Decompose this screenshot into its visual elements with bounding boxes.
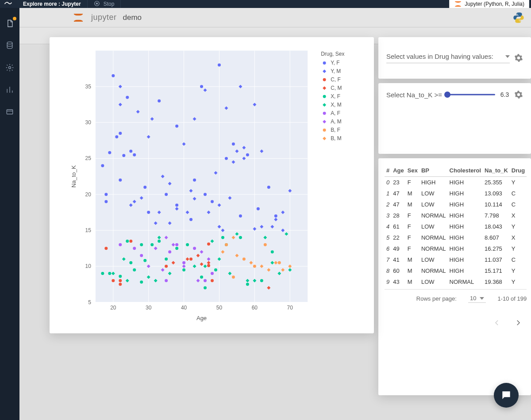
svg-point-112 [253, 265, 256, 268]
topbar-tab-label: Explore more : Jupyter [23, 1, 81, 7]
svg-point-73 [207, 264, 210, 267]
svg-point-51 [175, 125, 178, 128]
sidebar-item-settings[interactable] [5, 63, 15, 73]
table-cell: F [406, 243, 419, 254]
slider-settings-button[interactable] [514, 90, 523, 99]
table-cell: HIGH [448, 254, 483, 265]
table-cell: 43 [391, 276, 406, 287]
table-cell: NORMAL [419, 265, 448, 276]
svg-point-96 [271, 250, 274, 253]
table-cell: HIGH [419, 177, 448, 188]
table-cell: Y [510, 221, 527, 232]
filter-dropdown[interactable]: Select values in Drug having values: [386, 53, 510, 63]
main-area: jupyter demo 2030405060705101520253035Ag… [19, 8, 531, 420]
svg-point-81 [140, 281, 143, 284]
table-row[interactable]: 247MLOWHIGH10.114C [385, 199, 527, 210]
table-header[interactable]: Drug [510, 164, 527, 177]
svg-point-99 [119, 243, 122, 246]
next-page-button[interactable] [514, 319, 522, 327]
svg-text:C, M: C, M [331, 85, 342, 91]
table-cell: LOW [419, 276, 448, 287]
svg-text:30: 30 [85, 119, 92, 126]
chat-button[interactable] [494, 383, 519, 408]
table-header[interactable]: BP [419, 164, 448, 177]
sidebar-item-database[interactable] [5, 41, 15, 50]
table-cell: LOW [419, 199, 448, 210]
stop-button[interactable]: Stop [88, 0, 121, 8]
svg-point-98 [140, 243, 143, 246]
prev-page-button[interactable] [493, 319, 501, 327]
svg-point-38 [104, 200, 108, 203]
svg-point-105 [193, 247, 196, 250]
table-header[interactable]: Age [391, 164, 406, 177]
table-cell: 23 [391, 177, 406, 188]
table-cell: NORMAL [419, 210, 448, 221]
svg-point-86 [175, 247, 178, 250]
svg-point-53 [189, 218, 192, 221]
table-row[interactable]: 023FHIGHHIGH25.355Y [385, 177, 527, 188]
table-cell: 8.607 [483, 232, 510, 243]
svg-point-93 [239, 236, 242, 239]
rows-per-page-select[interactable]: 10 [468, 294, 486, 303]
svg-point-47 [165, 193, 168, 196]
table-cell: C [510, 254, 527, 265]
slider[interactable] [447, 90, 495, 99]
chevron-left-icon [493, 319, 501, 327]
filter-settings-button[interactable] [514, 53, 523, 62]
svg-text:5: 5 [88, 299, 91, 305]
svg-point-88 [186, 243, 189, 246]
table-cell: 22 [391, 232, 406, 243]
table-cell: 0 [385, 177, 391, 188]
table-cell: X [510, 232, 527, 243]
table-row[interactable]: 943MLOWNORMAL19.368Y [385, 276, 527, 287]
slider-thumb[interactable] [444, 92, 450, 98]
svg-point-48 [147, 211, 150, 214]
table-cell: Y [510, 243, 527, 254]
svg-point-2 [7, 42, 12, 44]
svg-point-44 [133, 153, 136, 157]
svg-point-84 [158, 240, 161, 243]
notification-dot-icon [13, 17, 16, 20]
table-row[interactable]: 860MNORMALHIGH15.171Y [385, 265, 527, 276]
svg-point-97 [204, 286, 207, 290]
svg-point-42 [126, 96, 129, 99]
svg-point-45 [119, 179, 122, 182]
table-row[interactable]: 522FNORMALHIGH8.607X [385, 232, 527, 243]
table-header[interactable]: Na_to_K [483, 164, 510, 177]
svg-text:Y, F: Y, F [331, 60, 339, 66]
svg-point-107 [211, 272, 214, 275]
table-header[interactable]: # [385, 164, 391, 177]
chat-icon [500, 389, 512, 401]
svg-point-46 [143, 186, 146, 189]
card-container: 2030405060705101520253035AgeNa_to_KDrug,… [50, 37, 520, 395]
svg-point-116 [323, 61, 326, 65]
table-header[interactable]: Cholesterol [448, 164, 483, 177]
table-cell: Y [510, 177, 527, 188]
sidebar-item-analytics[interactable] [5, 85, 15, 95]
topbar-tab-explore[interactable]: Explore more : Jupyter [17, 0, 88, 8]
svg-text:B, M: B, M [331, 135, 342, 141]
svg-point-40 [119, 132, 122, 135]
sidebar-item-docs[interactable] [5, 107, 15, 117]
svg-point-113 [264, 243, 267, 246]
svg-point-87 [182, 268, 185, 271]
svg-point-58 [232, 142, 235, 145]
table-cell: 3 [385, 210, 391, 221]
gear-icon [5, 63, 14, 72]
table-row[interactable]: 649FNORMALHIGH16.275Y [385, 243, 527, 254]
table-row[interactable]: 328FNORMALHIGH7.798X [385, 210, 527, 221]
scatter-chart[interactable]: 2030405060705101520253035AgeNa_to_KDrug,… [60, 42, 369, 329]
table-cell: HIGH [448, 188, 483, 199]
sidebar-item-projects[interactable] [5, 19, 15, 28]
table-row[interactable]: 741MLOWHIGH11.037C [385, 254, 527, 265]
rows-per-page-value: 10 [470, 295, 476, 302]
table-row[interactable]: 147MLOWHIGH13.093C [385, 188, 527, 199]
table-cell: 47 [391, 188, 406, 199]
svg-text:30: 30 [146, 305, 152, 311]
svg-point-74 [211, 279, 214, 282]
table-header[interactable]: Sex [406, 164, 419, 177]
table-cell: 4 [385, 221, 391, 232]
table-row[interactable]: 461FLOWHIGH18.043Y [385, 221, 527, 232]
svg-point-102 [168, 250, 171, 253]
table-cell: 28 [391, 210, 406, 221]
